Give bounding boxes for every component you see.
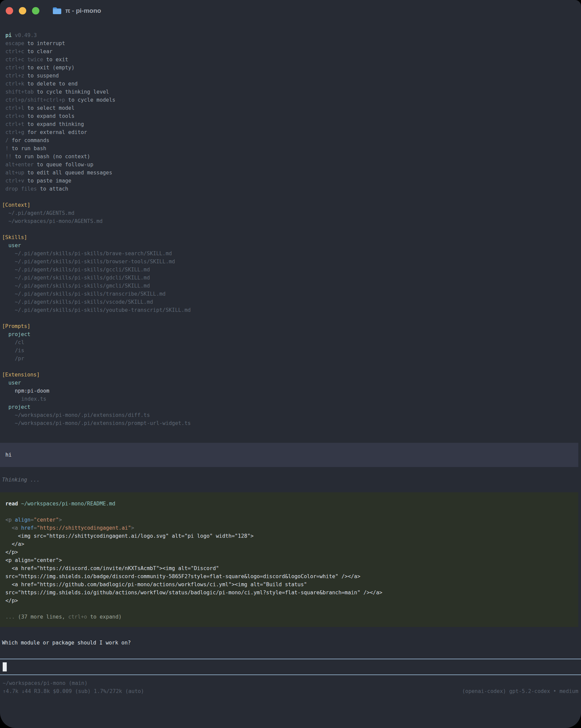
extensions-item: user: [2, 379, 578, 387]
extensions-item: npm:pi-doom: [2, 387, 578, 395]
status-bar: ~/workspaces/pi-mono (main) ↑4.7k ↓44 R3…: [2, 679, 578, 695]
assistant-message: Which module or package should I work on…: [2, 639, 578, 647]
skills-list: user~/.pi/agent/skills/pi-skills/brave-s…: [2, 241, 578, 314]
app-version: v0.49.3: [15, 32, 37, 38]
skills-item: ~/.pi/agent/skills/pi-skills/gdcli/SKILL…: [2, 274, 578, 282]
help-item: shift+tabto cycle thinking level: [2, 88, 578, 96]
skills-item: ~/.pi/agent/skills/pi-skills/youtube-tra…: [2, 306, 578, 314]
status-token-stats: ↑4.7k ↓44 R3.8k $0.009 (sub) 1.7%/272k (…: [3, 687, 144, 695]
status-model: (openai-codex) gpt-5.2-codex • medium: [462, 687, 578, 695]
user-message: hi: [0, 443, 578, 467]
code-line: <a href="https://github.com/badlogic/pi-…: [5, 580, 573, 589]
prompts-list: project/cl/is/pr: [2, 330, 578, 363]
extensions-list: usernpm:pi-doomindex.tsproject~/workspac…: [2, 379, 578, 427]
extensions-section: [Extensions] usernpm:pi-doomindex.tsproj…: [2, 371, 578, 427]
prompts-section: [Prompts] project/cl/is/pr: [2, 322, 578, 363]
prompts-item: /is: [2, 346, 578, 355]
skills-item: ~/.pi/agent/skills/pi-skills/transcribe/…: [2, 290, 578, 298]
code-line: <img src="https://shittycodingagent.ai/l…: [5, 532, 573, 540]
help-item: escapeto interrupt: [2, 40, 578, 48]
help-item: ctrl+c twiceto exit: [2, 56, 578, 63]
tool-call-block: read~/workspaces/pi-mono/README.md <p al…: [0, 492, 578, 627]
window-titlebar: π - pi-mono: [0, 0, 581, 22]
code-line: <p align="center">: [5, 516, 573, 524]
code-line: src="https://img.shields.io/github/actio…: [5, 589, 573, 597]
help-item: ctrl+zto suspend: [2, 72, 578, 80]
help-item: ctrl+p/shift+ctrl+pto cycle models: [2, 96, 578, 104]
tool-call-header: read~/workspaces/pi-mono/README.md: [5, 500, 573, 508]
tool-name: read: [5, 501, 18, 507]
app-version-line: pi v0.49.3: [2, 31, 578, 40]
skills-item: ~/.pi/agent/skills/pi-skills/gmcli/SKILL…: [2, 282, 578, 290]
code-line: <a href="https://shittycodingagent.ai">: [5, 524, 573, 532]
help-item: !!to run bash (no context): [2, 153, 578, 161]
help-list: escapeto interrupt ctrl+cto clear ctrl+c…: [2, 40, 578, 193]
context-item: ~/workspaces/pi-mono/AGENTS.md: [2, 217, 578, 225]
code-line: <p align="center">: [5, 556, 573, 564]
truncation-notice: ... (37 more lines, ctrl+o to expand): [5, 613, 573, 621]
status-cwd: ~/workspaces/pi-mono (main): [3, 679, 578, 687]
close-button[interactable]: [6, 7, 13, 15]
skills-item: ~/.pi/agent/skills/pi-skills/vscode/SKIL…: [2, 298, 578, 306]
extensions-item: index.ts: [2, 395, 578, 403]
window-title: π - pi-mono: [65, 7, 101, 15]
skills-header: [Skills]: [2, 233, 578, 241]
help-item: ctrl+lto select model: [2, 104, 578, 112]
code-line: </a>: [5, 540, 573, 548]
maximize-button[interactable]: [32, 7, 39, 15]
terminal-content: pi v0.49.3 escapeto interrupt ctrl+cto c…: [0, 22, 581, 695]
terminal-window: π - pi-mono pi v0.49.3 escapeto interrup…: [0, 0, 581, 728]
help-item: /for commands: [2, 136, 578, 145]
user-message-text: hi: [5, 451, 573, 459]
prompts-header: [Prompts]: [2, 322, 578, 330]
extensions-header: [Extensions]: [2, 371, 578, 379]
skills-item: ~/.pi/agent/skills/pi-skills/gccli/SKILL…: [2, 266, 578, 274]
help-item: ctrl+gfor external editor: [2, 128, 578, 136]
skills-item: user: [2, 241, 578, 250]
skills-item: ~/.pi/agent/skills/pi-skills/brave-searc…: [2, 250, 578, 258]
app-name: pi: [5, 32, 12, 38]
extensions-item: ~/workspaces/pi-mono/.pi/extensions/diff…: [2, 411, 578, 419]
extensions-item: ~/workspaces/pi-mono/.pi/extensions/prom…: [2, 419, 578, 427]
code-line: <a href="https://discord.com/invite/nKXT…: [5, 564, 573, 572]
extensions-item: project: [2, 403, 578, 411]
prompts-item: project: [2, 330, 578, 338]
context-section: [Context] ~/.pi/agent/AGENTS.md~/workspa…: [2, 201, 578, 225]
help-item: drop filesto attach: [2, 185, 578, 193]
help-item: alt+enterto queue follow-up: [2, 161, 578, 169]
minimize-button[interactable]: [19, 7, 26, 15]
thinking-indicator: Thinking ...: [2, 476, 578, 484]
help-item: ctrl+tto expand thinking: [2, 120, 578, 128]
prompt-input[interactable]: [0, 659, 581, 675]
help-item: ctrl+cto clear: [2, 48, 578, 56]
help-item: ctrl+kto delete to end: [2, 80, 578, 88]
text-cursor: [3, 662, 7, 671]
prompts-item: /pr: [2, 355, 578, 363]
help-item: ctrl+dto exit (empty): [2, 63, 578, 72]
code-line: </p>: [5, 548, 573, 556]
tool-arg-path: ~/workspaces/pi-mono/README.md: [21, 501, 115, 507]
folder-icon: [53, 7, 61, 15]
context-list: ~/.pi/agent/AGENTS.md~/workspaces/pi-mon…: [2, 209, 578, 225]
help-item: ctrl+vto paste image: [2, 177, 578, 185]
context-header: [Context]: [2, 201, 578, 209]
help-item: alt+upto edit all queued messages: [2, 169, 578, 177]
prompts-item: /cl: [2, 338, 578, 346]
help-item: !to run bash: [2, 145, 578, 153]
tool-output-code: <p align="center"> <a href="https://shit…: [5, 516, 573, 605]
help-item: ctrl+oto expand tools: [2, 112, 578, 120]
code-line: </p>: [5, 597, 573, 605]
skills-item: ~/.pi/agent/skills/pi-skills/browser-too…: [2, 258, 578, 266]
code-line: src="https://img.shields.io/badge/discor…: [5, 572, 573, 580]
skills-section: [Skills] user~/.pi/agent/skills/pi-skill…: [2, 233, 578, 314]
context-item: ~/.pi/agent/AGENTS.md: [2, 209, 578, 217]
